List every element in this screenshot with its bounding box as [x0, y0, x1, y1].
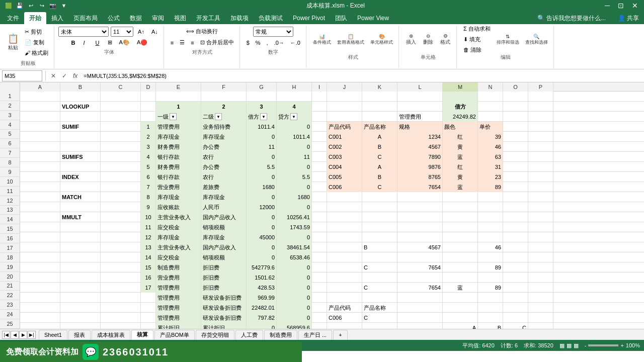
cell-M8[interactable]: 红 [443, 162, 478, 172]
cell-M14[interactable] [443, 222, 478, 232]
increase-font-btn[interactable]: A↑ [135, 27, 147, 37]
cell-F14[interactable]: 销项税额 [201, 222, 247, 232]
cell-O13[interactable] [503, 212, 528, 222]
tab-view[interactable]: 视图 [169, 12, 191, 24]
cell-L14[interactable] [397, 222, 443, 232]
cell-L22[interactable] [397, 303, 443, 313]
cut-btn[interactable]: ✂ 剪切 [22, 27, 51, 37]
cell-F24[interactable]: 累计折旧 [201, 323, 247, 329]
cell-P18[interactable] [528, 262, 553, 273]
cell-M6[interactable]: 黄 [443, 142, 478, 152]
cell-I6[interactable] [312, 142, 327, 152]
cell-D5[interactable]: 2 [141, 132, 156, 142]
cell-F9[interactable]: 农行 [201, 172, 247, 182]
cell-N10[interactable]: 89 [478, 182, 503, 192]
sheet-tab-costtable[interactable]: 成本核算表 [92, 330, 130, 340]
align-left-btn[interactable]: ≡ [168, 38, 176, 48]
cell-L10[interactable]: 7654 [397, 182, 443, 192]
cell-J4[interactable]: 产品代码 [327, 122, 362, 132]
row-13[interactable]: 13 [0, 206, 20, 215]
percent-btn[interactable]: % [253, 38, 263, 48]
cell-I14[interactable] [312, 222, 327, 232]
row-17[interactable]: 17 [0, 243, 20, 253]
cell-B13[interactable]: MMULT [60, 212, 101, 222]
cell-L12[interactable] [397, 202, 443, 212]
cell-P7[interactable] [528, 152, 553, 162]
cell-D21[interactable] [141, 293, 156, 303]
cell-M19[interactable] [443, 273, 478, 283]
view-page-btn[interactable]: ▦ [574, 342, 579, 349]
col-P[interactable]: P [528, 82, 553, 92]
cell-H5[interactable]: 1011.4 [277, 132, 312, 142]
cell-P24[interactable] [528, 323, 553, 329]
align-center-btn[interactable]: ☰ [177, 38, 187, 48]
cell-H20[interactable]: 0 [277, 283, 312, 293]
cell-P17[interactable] [528, 252, 553, 262]
decrease-decimal-btn[interactable]: ←.0 [288, 38, 303, 48]
cell-G14[interactable]: 0 [247, 222, 277, 232]
tab-file[interactable]: 文件 [2, 12, 24, 24]
zoom-in-btn[interactable]: + [620, 342, 623, 348]
cell-E12[interactable]: 应收账款 [156, 202, 201, 212]
cell-D10[interactable]: 7 [141, 182, 156, 192]
cell-O2[interactable] [503, 102, 528, 112]
cell-L8[interactable]: 9876 [397, 162, 443, 172]
cell-C22[interactable] [101, 303, 141, 313]
cell-F23[interactable]: 研发设备折旧费 [201, 313, 247, 323]
col-A[interactable]: A [20, 82, 60, 92]
cell-N12[interactable] [478, 202, 503, 212]
col-J[interactable]: J [327, 82, 362, 92]
cell-F11[interactable]: 库存现金 [201, 192, 247, 202]
cell-K4[interactable]: 产品名称 [362, 122, 397, 132]
cell-C18[interactable] [101, 262, 141, 273]
cell-D6[interactable]: 3 [141, 142, 156, 152]
filter-G3[interactable]: ▼ [260, 113, 267, 120]
cell-E22[interactable]: 管理费用 [156, 303, 201, 313]
row-1[interactable]: 1 [0, 92, 20, 101]
cell-N18[interactable]: 89 [478, 262, 503, 273]
cell-A10[interactable] [20, 182, 60, 192]
cell-J6[interactable]: C002 [327, 142, 362, 152]
bold-btn[interactable]: B [69, 38, 79, 48]
cell-C19[interactable] [101, 273, 141, 283]
cell-C1[interactable] [101, 92, 141, 102]
cell-N6[interactable]: 46 [478, 142, 503, 152]
cell-N4[interactable]: 单价 [478, 122, 503, 132]
cell-F6[interactable]: 办公费 [201, 142, 247, 152]
cell-D8[interactable]: 5 [141, 162, 156, 172]
save-btn[interactable]: 💾 [15, 1, 24, 10]
cell-L17[interactable] [397, 252, 443, 262]
cell-O3[interactable] [503, 112, 528, 122]
increase-decimal-btn[interactable]: .0→ [272, 38, 287, 48]
cell-E10[interactable]: 营业费用 [156, 182, 201, 192]
insert-cells-btn[interactable]: ⊕ 插入 [403, 27, 419, 53]
cell-F13[interactable]: 国内产品收入 [201, 212, 247, 222]
cell-N22[interactable] [478, 303, 503, 313]
cell-B1[interactable] [60, 92, 101, 102]
tab-prev-btn[interactable]: ◀ [11, 331, 19, 339]
view-normal-btn[interactable]: ▦ [559, 342, 565, 349]
col-E[interactable]: E [156, 82, 201, 92]
decrease-font-btn[interactable]: A↓ [149, 27, 160, 37]
cell-O24[interactable]: C [503, 323, 528, 329]
cell-K1[interactable] [362, 92, 397, 102]
customize-btn[interactable]: ▼ [59, 1, 68, 10]
cell-H4[interactable]: 0 [277, 122, 312, 132]
cell-J14[interactable] [327, 222, 362, 232]
row-4[interactable]: 4 [0, 120, 20, 130]
cell-P8[interactable] [528, 162, 553, 172]
cell-D23[interactable] [141, 313, 156, 323]
cell-A15[interactable] [20, 232, 60, 242]
col-D[interactable]: D [141, 82, 156, 92]
cell-K19[interactable] [362, 273, 397, 283]
cell-D11[interactable]: 8 [141, 192, 156, 202]
cell-I11[interactable] [312, 192, 327, 202]
cell-J5[interactable]: C001 [327, 132, 362, 142]
cell-B18[interactable] [60, 262, 101, 273]
cell-B24[interactable] [60, 323, 101, 329]
cell-N11[interactable] [478, 192, 503, 202]
cell-O10[interactable] [503, 182, 528, 192]
cell-J9[interactable]: C005 [327, 172, 362, 182]
cell-P6[interactable] [528, 142, 553, 152]
cell-L9[interactable]: 8765 [397, 172, 443, 182]
